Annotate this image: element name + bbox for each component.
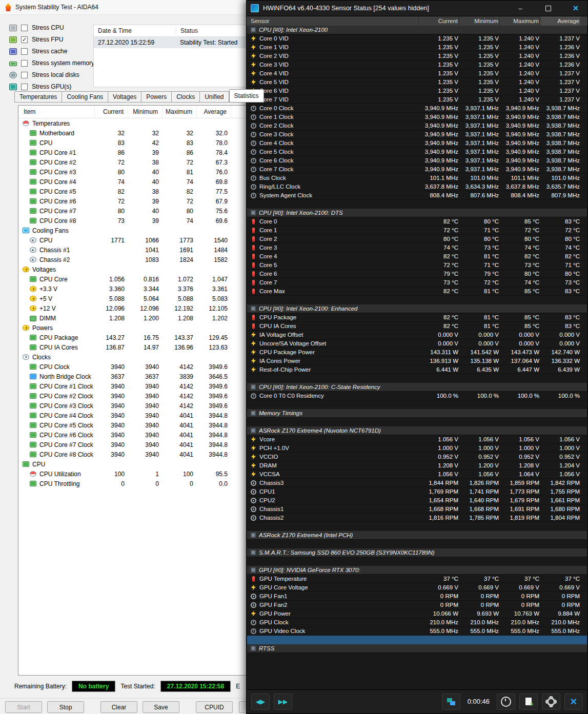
sensor-row-core-7[interactable]: Core 773 °C72 °C74 °C73 °C xyxy=(247,278,587,287)
sensor-row-vcore[interactable]: Vcore1.056 V1.056 V1.056 V1.056 V xyxy=(247,435,587,444)
column-current[interactable]: Current xyxy=(418,16,459,26)
tab-unified[interactable]: Unified xyxy=(200,91,229,103)
sensor-row-core-1-clock[interactable]: Core 1 Clock3,940.9 MHz3,937.1 MHz3,940.… xyxy=(247,113,587,121)
tab-cooling-fans[interactable]: Cooling Fans xyxy=(62,91,108,103)
sensor-section-cpu-0-intel-xeon-2100-enhanced[interactable]: CPU [#0]: Intel Xeon-2100: Enhanced xyxy=(247,304,587,313)
cpuid-button[interactable]: CPUID xyxy=(196,701,233,713)
column-maximum[interactable]: Maximum xyxy=(499,16,540,26)
minimize-button[interactable]: – xyxy=(509,1,532,16)
sensor-row-cpu2[interactable]: CPU21,654 RPM1,640 RPM1,679 RPM1,661 RPM xyxy=(247,496,587,505)
sensor-row-core-0-vid[interactable]: Core 0 VID1.235 V1.235 V1.240 V1.237 V xyxy=(247,34,587,43)
stats-column-maximum[interactable]: Maximum xyxy=(162,106,196,118)
settings-button[interactable] xyxy=(542,693,560,710)
sensor-row-core-4[interactable]: Core 482 °C81 °C82 °C82 °C xyxy=(247,252,587,261)
stats-column-minimum[interactable]: Minimum xyxy=(128,106,162,118)
sensor-row-rest-of-chip-power[interactable]: Rest-of-Chip Power6.441 W6.435 W6.447 W6… xyxy=(247,365,587,374)
checkbox[interactable]: ✓ xyxy=(21,36,28,43)
sensor-row-core-3-clock[interactable]: Core 3 Clock3,940.9 MHz3,937.1 MHz3,940.… xyxy=(247,130,587,139)
sensor-row-core-7-clock[interactable]: Core 7 Clock3,940.9 MHz3,937.1 MHz3,940.… xyxy=(247,165,587,174)
sensor-row-system-agent-clock[interactable]: System Agent Clock808.4 MHz807.6 MHz808.… xyxy=(247,191,587,200)
sensor-row-core-6-clock[interactable]: Core 6 Clock3,940.9 MHz3,937.1 MHz3,940.… xyxy=(247,156,587,165)
column-sensor[interactable]: Sensor xyxy=(247,18,418,24)
sensor-section-gpu-0-nvidia-geforce-rtx-3070[interactable]: GPU [#0]: NVIDIA GeForce RTX 3070: xyxy=(247,566,587,575)
sensor-row-chassis1[interactable]: Chassis11,668 RPM1,668 RPM1,691 RPM1,680… xyxy=(247,505,587,514)
sensor-section-cpu-0-intel-xeon-2100[interactable]: CPU [#0]: Intel Xeon-2100 xyxy=(247,26,587,34)
sensor-row-gpu-clock[interactable]: GPU Clock210.0 MHz210.0 MHz210.0 MHz210.… xyxy=(247,618,587,627)
sensor-row-core-3[interactable]: Core 374 °C73 °C74 °C74 °C xyxy=(247,243,587,252)
sensor-row-ring-llc-clock[interactable]: Ring/LLC Clock3,637.8 MHz3,634.3 MHz3,63… xyxy=(247,182,587,191)
sensor-row-chassis3[interactable]: Chassis31,844 RPM1,826 RPM1,859 RPM1,842… xyxy=(247,479,587,487)
sensor-row-cpu-package[interactable]: CPU Package82 °C81 °C85 °C83 °C xyxy=(247,313,587,322)
maximize-button[interactable] xyxy=(536,1,560,16)
layout-button[interactable] xyxy=(442,693,460,710)
stats-column-current[interactable]: Current xyxy=(94,106,128,118)
checkbox[interactable] xyxy=(21,25,28,31)
sensor-row-core-6-vid[interactable]: Core 6 VID1.235 V1.235 V1.240 V1.237 V xyxy=(247,87,587,95)
sensor-row-chassis2[interactable]: Chassis21,816 RPM1,785 RPM1,819 RPM1,804… xyxy=(247,514,587,522)
stress-option-stress-fpu[interactable]: ✓Stress FPU xyxy=(9,35,94,44)
sensor-section-cpu-0-intel-xeon-2100-c-state-residency[interactable]: CPU [#0]: Intel Xeon-2100: C-State Resid… xyxy=(247,383,587,392)
sensor-row-gpu-temperature[interactable]: GPU Temperature37 °C37 °C37 °C37 °C xyxy=(247,575,587,583)
sensor-row-core-0-clock[interactable]: Core 0 Clock3,940.9 MHz3,937.1 MHz3,940.… xyxy=(247,104,587,113)
sensor-row-core-0[interactable]: Core 082 °C80 °C85 °C83 °C xyxy=(247,217,587,226)
sensor-section-memory-timings[interactable]: Memory Timings xyxy=(247,409,587,418)
stress-option-stress-cpu[interactable]: Stress CPU xyxy=(9,24,94,32)
sensor-row-core-max[interactable]: Core Max82 °C81 °C85 °C83 °C xyxy=(247,287,587,296)
sensor-row-core-5-clock[interactable]: Core 5 Clock3,940.9 MHz3,937.1 MHz3,940.… xyxy=(247,148,587,156)
report-button[interactable] xyxy=(519,693,538,710)
tab-voltages[interactable]: Voltages xyxy=(108,91,141,103)
sensor-row-core-4-vid[interactable]: Core 4 VID1.235 V1.235 V1.240 V1.237 V xyxy=(247,69,587,78)
checkbox[interactable] xyxy=(21,72,28,78)
checkbox[interactable] xyxy=(21,48,28,55)
nav-arrows-button[interactable]: ◀▶ xyxy=(251,693,270,710)
sensor-row-bus-clock[interactable]: Bus Clock101.1 MHz101.0 MHz101.1 MHz101.… xyxy=(247,174,587,182)
tab-statistics[interactable]: Statistics xyxy=(229,89,264,103)
checkbox[interactable] xyxy=(21,60,28,67)
sensor-row-ia-cores-power[interactable]: IA Cores Power136.913 W135.138 W137.064 … xyxy=(247,357,587,365)
sensor-row-gpu-video-clock[interactable]: GPU Video Clock555.0 MHz555.0 MHz555.0 M… xyxy=(247,627,587,636)
close-button[interactable]: × xyxy=(564,1,587,16)
stress-option-stress-local-disks[interactable]: Stress local disks xyxy=(9,71,94,79)
sensor-row-core-2-clock[interactable]: Core 2 Clock3,940.9 MHz3,937.1 MHz3,940.… xyxy=(247,121,587,130)
clear-button[interactable]: Clear xyxy=(100,701,137,713)
column-minimum[interactable]: Minimum xyxy=(459,16,499,26)
tab-clocks[interactable]: Clocks xyxy=(172,91,200,103)
clock-button[interactable] xyxy=(497,693,515,710)
sensor-row-core-2-vid[interactable]: Core 2 VID1.235 V1.235 V1.240 V1.236 V xyxy=(247,52,587,60)
sensor-section-asrock-z170-extreme4-intel-pch[interactable]: ASRock Z170 Extreme4 (Intel PCH) xyxy=(247,531,587,540)
sensor-row-vccio[interactable]: VCCIO0.952 V0.952 V0.952 V0.952 V xyxy=(247,453,587,461)
stress-option-stress-gpu-s[interactable]: Stress GPU(s) xyxy=(9,83,94,91)
tab-powers[interactable]: Powers xyxy=(141,91,172,103)
sensor-row-core-1-vid[interactable]: Core 1 VID1.235 V1.235 V1.240 V1.236 V xyxy=(247,43,587,52)
sensor-row-uncore-sa-voltage-offset[interactable]: Uncore/SA Voltage Offset0.000 V0.000 V0.… xyxy=(247,339,587,348)
stop-button[interactable]: Stop xyxy=(47,701,84,713)
sensor-row-core-4-clock[interactable]: Core 4 Clock3,940.9 MHz3,937.1 MHz3,940.… xyxy=(247,139,587,148)
sensor-row-core-2[interactable]: Core 280 °C80 °C80 °C80 °C xyxy=(247,235,587,243)
sensor-section-asrock-z170-extreme4-nuvoton-nct6791d[interactable]: ASRock Z170 Extreme4 (Nuvoton NCT6791D) xyxy=(247,426,587,435)
sensor-row-core-7-vid[interactable]: Core 7 VID1.235 V1.235 V1.240 V1.237 V xyxy=(247,95,587,104)
sensor-row-gpu-power[interactable]: GPU Power10.066 W9.693 W10.763 W9.884 W xyxy=(247,609,587,618)
sensor-row-cpu-ia-cores[interactable]: CPU IA Cores82 °C81 °C85 °C83 °C xyxy=(247,322,587,331)
sensor-row-dram[interactable]: DRAM1.208 V1.200 V1.208 V1.204 V xyxy=(247,461,587,470)
sensor-row-cpu-package-power[interactable]: CPU Package Power143.311 W141.542 W143.4… xyxy=(247,348,587,357)
exit-button[interactable]: × xyxy=(564,693,583,710)
hwinfo-titlebar[interactable]: HWiNFO64 v6.40-4330 Sensor Status [254 v… xyxy=(247,1,587,16)
sensor-row-core-6[interactable]: Core 679 °C79 °C80 °C80 °C xyxy=(247,270,587,278)
sensor-row-core-5-vid[interactable]: Core 5 VID1.235 V1.235 V1.240 V1.237 V xyxy=(247,78,587,87)
sensor-row-ia-voltage-offset[interactable]: IA Voltage Offset0.000 V0.000 V0.000 V0.… xyxy=(247,331,587,339)
sensor-row-core-5[interactable]: Core 572 °C71 °C73 °C71 °C xyxy=(247,261,587,270)
save-button[interactable]: Save xyxy=(143,701,179,713)
column-average[interactable]: Average xyxy=(540,16,580,26)
sensor-row-core-3-vid[interactable]: Core 3 VID1.235 V1.235 V1.240 V1.236 V xyxy=(247,60,587,69)
sensor-row-gpu-fan2[interactable]: GPU Fan20 RPM0 RPM0 RPM0 RPM xyxy=(247,601,587,609)
log-column-date[interactable]: Date & Time xyxy=(94,27,176,34)
sensor-row-pch-1-0v[interactable]: PCH +1.0V1.000 V1.000 V1.000 V1.000 V xyxy=(247,444,587,453)
sensor-row-cpu1[interactable]: CPU11,769 RPM1,741 RPM1,773 RPM1,755 RPM xyxy=(247,487,587,496)
sensor-row-gpu-core-voltage[interactable]: GPU Core Voltage0.669 V0.669 V0.669 V0.6… xyxy=(247,583,587,592)
sensor-row-core-1[interactable]: Core 172 °C71 °C72 °C72 °C xyxy=(247,226,587,235)
selected-row[interactable] xyxy=(247,636,587,644)
tab-temperatures[interactable]: Temperatures xyxy=(14,91,62,103)
sensor-section-cpu-0-intel-xeon-2100-dts[interactable]: CPU [#0]: Intel Xeon-2100: DTS xyxy=(247,209,587,217)
checkbox[interactable] xyxy=(21,84,28,90)
sensor-row-core-0-t0-c0-residency[interactable]: Core 0 T0 C0 Residency100.0 %100.0 %100.… xyxy=(247,392,587,400)
